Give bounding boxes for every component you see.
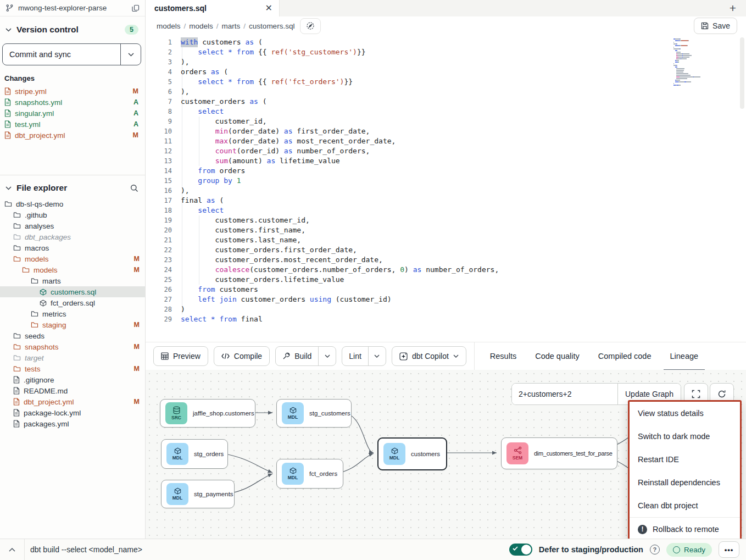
- tab-results[interactable]: Results: [490, 342, 516, 370]
- code-line[interactable]: 3),: [146, 57, 746, 67]
- code-line[interactable]: 26 from customers: [146, 285, 746, 295]
- tree-item-customers-sql[interactable]: customers.sql: [0, 286, 145, 297]
- code-line[interactable]: 7customer_orders as (: [146, 97, 746, 107]
- expand-command-bar-button[interactable]: [0, 547, 24, 552]
- tree-item-db-sl-qs-demo[interactable]: db-sl-qs-demo: [0, 198, 145, 209]
- tree-item-marts[interactable]: marts: [0, 275, 145, 286]
- code-line[interactable]: 29select * from final: [146, 314, 746, 324]
- tree-item-models[interactable]: modelsM: [0, 264, 145, 275]
- more-options-button[interactable]: •••: [719, 541, 739, 558]
- code-line[interactable]: 22 customer_orders.first_order_date,: [146, 245, 746, 255]
- new-tab-button[interactable]: +: [720, 0, 746, 16]
- dbt-copilot-button[interactable]: dbt Copilot: [392, 346, 466, 366]
- breadcrumb-part[interactable]: models: [157, 22, 181, 30]
- code-line[interactable]: 16),: [146, 186, 746, 196]
- version-control-header[interactable]: Version control 5: [0, 16, 145, 39]
- code-line[interactable]: 19 customers.customer_id,: [146, 215, 746, 225]
- tree-item-tests[interactable]: testsM: [0, 363, 145, 374]
- lineage-node-stg-customers[interactable]: MDLstg_customers: [276, 399, 352, 428]
- code-line[interactable]: 4orders as (: [146, 67, 746, 77]
- tree-item-fct-orders-sql[interactable]: fct_orders.sql: [0, 297, 145, 308]
- tree-item-analyses[interactable]: analyses: [0, 220, 145, 231]
- tree-item-staging[interactable]: stagingM: [0, 319, 145, 330]
- change-row[interactable]: dbt_project.ymlM: [0, 130, 145, 141]
- code-line[interactable]: 21 customers.last_name,: [146, 235, 746, 245]
- code-line[interactable]: 20 customers.first_name,: [146, 225, 746, 235]
- lineage-node-dim-customers-test-for-parse[interactable]: SEMdim_customers_test_for_parse: [501, 437, 617, 469]
- change-row[interactable]: test.ymlA: [0, 119, 145, 130]
- tree-item-packages-yml[interactable]: packages.yml: [0, 418, 145, 429]
- code-line[interactable]: 5 select * from {{ ref('fct_orders')}}: [146, 77, 746, 87]
- compile-button[interactable]: Compile: [214, 346, 270, 366]
- tree-item-macros[interactable]: macros: [0, 242, 145, 253]
- code-line[interactable]: 25 customer_orders.lifetime_value: [146, 275, 746, 285]
- breadcrumb-part[interactable]: models: [189, 22, 213, 30]
- copy-branch-icon[interactable]: [132, 4, 140, 12]
- build-options-button[interactable]: [318, 347, 336, 365]
- tab-code-quality[interactable]: Code quality: [535, 342, 580, 370]
- tree-item-seeds[interactable]: seeds: [0, 330, 145, 341]
- tab-compiled-code[interactable]: Compiled code: [598, 342, 652, 370]
- menu-item-switch-to-dark-mode[interactable]: Switch to dark mode: [630, 425, 740, 448]
- code-editor[interactable]: 1with customers as (2 select * from {{ r…: [146, 35, 746, 342]
- tree-item--gitignore[interactable]: .gitignore: [0, 374, 145, 385]
- change-row[interactable]: stripe.ymlM: [0, 86, 145, 97]
- lineage-node-stg-payments[interactable]: MDLstg_payments: [161, 480, 235, 508]
- lint-button[interactable]: Lint: [342, 347, 368, 365]
- save-button[interactable]: Save: [694, 18, 737, 34]
- lint-options-button[interactable]: [368, 347, 386, 365]
- tree-item-metrics[interactable]: metrics: [0, 308, 145, 319]
- lineage-selector-input[interactable]: [512, 384, 617, 404]
- code-line[interactable]: 11 max(order_date) as most_recent_order_…: [146, 136, 746, 146]
- file-explorer-header[interactable]: File explorer: [0, 175, 145, 198]
- code-line[interactable]: 18 select: [146, 206, 746, 215]
- change-row[interactable]: singular.ymlA: [0, 108, 145, 119]
- code-line[interactable]: 6),: [146, 87, 746, 97]
- copilot-compass-button[interactable]: [300, 18, 321, 34]
- commit-options-button[interactable]: [120, 44, 141, 65]
- lineage-node-stg-orders[interactable]: MDLstg_orders: [161, 439, 228, 469]
- code-line[interactable]: 10 min(order_date) as first_order_date,: [146, 126, 746, 136]
- lineage-node-jaffle-shop-customers[interactable]: SRCjaffle_shop.customers: [160, 399, 255, 428]
- code-line[interactable]: 14 from orders: [146, 166, 746, 176]
- tree-item-readme-md[interactable]: README.md: [0, 385, 145, 396]
- code-line[interactable]: 13 sum(amount) as lifetime_value: [146, 156, 746, 166]
- code-line[interactable]: 9 customer_id,: [146, 117, 746, 126]
- code-line[interactable]: 12 count(order_id) as number_of_orders,: [146, 146, 746, 156]
- menu-item-rollback-to-remote[interactable]: !Rollback to remote: [630, 518, 740, 539]
- tab-customers-sql[interactable]: customers.sql ✕: [146, 0, 280, 16]
- menu-item-view-status-details[interactable]: View status details: [630, 402, 740, 425]
- tree-item--github[interactable]: .github: [0, 209, 145, 220]
- lineage-node-customers[interactable]: MDLcustomers: [377, 437, 447, 470]
- menu-item-clean-dbt-project[interactable]: Clean dbt project: [630, 494, 740, 517]
- commit-and-sync-button[interactable]: Commit and sync: [3, 44, 120, 65]
- lineage-node-fct-orders[interactable]: MDLfct_orders: [276, 459, 343, 489]
- code-line[interactable]: 2 select * from {{ ref('stg_customers')}…: [146, 47, 746, 57]
- command-input[interactable]: dbt build --select <model_name>: [30, 545, 142, 554]
- menu-item-restart-ide[interactable]: Restart IDE: [630, 448, 740, 471]
- code-line[interactable]: 24 coalesce(customer_orders.number_of_or…: [146, 265, 746, 275]
- code-line[interactable]: 1with customers as (: [146, 37, 746, 47]
- editor-scrollbar[interactable]: [740, 37, 744, 109]
- defer-toggle[interactable]: [509, 544, 532, 556]
- build-button[interactable]: Build: [276, 347, 318, 365]
- breadcrumb-part[interactable]: customers.sql: [249, 22, 294, 30]
- tree-item-models[interactable]: modelsM: [0, 253, 145, 264]
- code-line[interactable]: 27 left join customer_orders using (cust…: [146, 295, 746, 304]
- code-line[interactable]: 17final as (: [146, 196, 746, 206]
- close-tab-icon[interactable]: ✕: [265, 4, 272, 13]
- tree-item-snapshots[interactable]: snapshotsM: [0, 341, 145, 352]
- tab-lineage[interactable]: Lineage: [670, 342, 699, 370]
- code-line[interactable]: 23 customer_orders.most_recent_order_dat…: [146, 255, 746, 265]
- change-row[interactable]: snapshots.ymlA: [0, 97, 145, 108]
- tree-item-package-lock-yml[interactable]: package-lock.yml: [0, 407, 145, 418]
- search-icon[interactable]: [130, 184, 138, 192]
- preview-button[interactable]: Preview: [153, 346, 208, 366]
- help-icon[interactable]: ?: [650, 545, 660, 555]
- tree-item-target[interactable]: target: [0, 352, 145, 363]
- minimap[interactable]: [673, 38, 731, 86]
- breadcrumb-part[interactable]: marts: [222, 22, 241, 30]
- tree-item-dbt-project-yml[interactable]: dbt_project.ymlM: [0, 396, 145, 407]
- menu-item-reinstall-dependencies[interactable]: Reinstall dependencies: [630, 471, 740, 494]
- code-line[interactable]: 28): [146, 304, 746, 314]
